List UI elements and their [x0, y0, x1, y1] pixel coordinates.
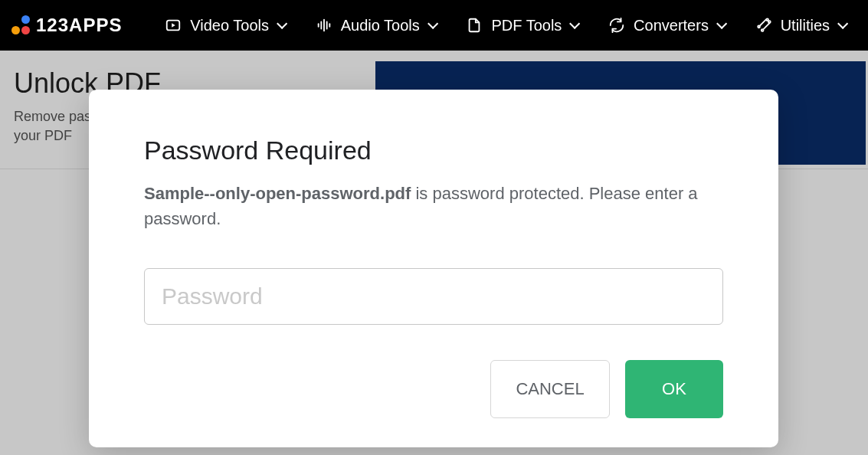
- nav-items: Video Tools Audio Tools: [141, 16, 860, 34]
- svg-point-8: [768, 21, 771, 23]
- svg-point-9: [761, 29, 763, 31]
- nav-label: Utilities: [781, 17, 830, 34]
- nav-label: Audio Tools: [341, 17, 420, 34]
- nav-pdf-tools[interactable]: PDF Tools: [465, 16, 577, 34]
- password-input[interactable]: [144, 268, 723, 325]
- nav-label: Video Tools: [190, 17, 269, 34]
- logo-dots-icon: [11, 15, 31, 35]
- utilities-icon: [755, 16, 773, 34]
- modal-filename: Sample--only-open-password.pdf: [144, 184, 411, 203]
- svg-point-6: [766, 18, 768, 21]
- modal-message: Sample--only-open-password.pdf is passwo…: [144, 181, 723, 231]
- converters-icon: [608, 16, 626, 34]
- nav-utilities[interactable]: Utilities: [755, 16, 845, 34]
- chevron-down-icon: [716, 18, 727, 29]
- nav-video-tools[interactable]: Video Tools: [164, 16, 284, 34]
- nav-audio-tools[interactable]: Audio Tools: [315, 16, 435, 34]
- chevron-down-icon: [837, 18, 848, 29]
- chevron-down-icon: [427, 18, 438, 29]
- chevron-down-icon: [569, 18, 580, 29]
- top-navbar: 123APPS Video Tools: [0, 0, 868, 51]
- chevron-down-icon: [277, 18, 287, 29]
- nav-label: Converters: [634, 17, 709, 34]
- audio-icon: [315, 16, 333, 34]
- nav-label: PDF Tools: [491, 17, 562, 34]
- brand-name: 123APPS: [36, 15, 122, 36]
- nav-converters[interactable]: Converters: [608, 16, 724, 34]
- ok-button[interactable]: OK: [625, 360, 723, 418]
- password-modal: Password Required Sample--only-open-pass…: [89, 90, 778, 447]
- brand-logo[interactable]: 123APPS: [8, 15, 141, 36]
- cancel-button[interactable]: CANCEL: [490, 360, 610, 418]
- video-icon: [164, 16, 182, 34]
- pdf-icon: [465, 16, 483, 34]
- modal-title: Password Required: [144, 136, 723, 165]
- svg-point-7: [758, 25, 760, 28]
- modal-buttons: CANCEL OK: [144, 360, 723, 418]
